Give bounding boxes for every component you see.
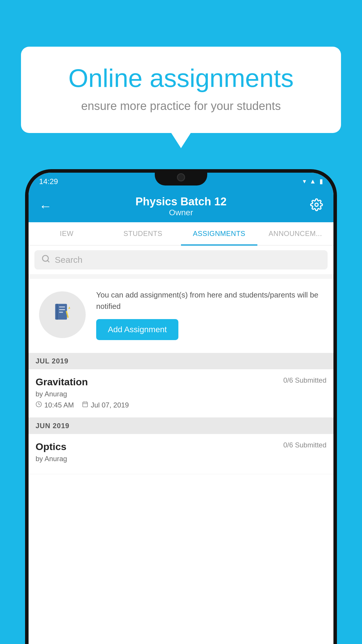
tab-overview[interactable]: IEW (29, 223, 105, 246)
section-header-jul2019: JUL 2019 (29, 353, 333, 369)
assignment-top-optics: Optics 0/6 Submitted (36, 441, 326, 452)
header-subtitle: Owner (136, 208, 227, 217)
assignment-top: Gravitation 0/6 Submitted (36, 376, 326, 388)
assignment-name-optics: Optics (36, 441, 66, 452)
app-header: ← Physics Batch 12 Owner (29, 190, 333, 222)
header-title: Physics Batch 12 (136, 195, 227, 208)
svg-rect-7 (59, 312, 63, 313)
search-container: Search (29, 246, 333, 274)
clock-icon (36, 401, 42, 409)
svg-rect-4 (57, 304, 58, 320)
phone-screen: 14:29 ▾ ▲ ▮ ← Physics Batch 12 Owner (29, 173, 333, 644)
search-icon (41, 254, 50, 265)
assignment-by: by Anurag (36, 390, 326, 398)
assignment-item-optics[interactable]: Optics 0/6 Submitted by Anurag (29, 434, 333, 474)
add-assignment-text: You can add assignment(s) from here and … (96, 289, 323, 340)
content-area: Search (29, 246, 333, 474)
assignment-submitted: 0/6 Submitted (283, 376, 326, 384)
signal-icon: ▲ (310, 178, 316, 185)
tabs-bar: IEW STUDENTS ASSIGNMENTS ANNOUNCEM... (29, 222, 333, 246)
add-assignment-description: You can add assignment(s) from here and … (96, 289, 323, 312)
calendar-icon (82, 401, 88, 409)
phone-notch (155, 169, 207, 186)
assignment-date-value: Jul 07, 2019 (91, 401, 129, 409)
section-header-jun2019: JUN 2019 (29, 418, 333, 434)
speech-bubble-container: Online assignments ensure more practice … (21, 47, 341, 133)
tab-announcements[interactable]: ANNOUNCEM... (257, 223, 334, 246)
svg-point-0 (315, 203, 318, 206)
svg-line-2 (48, 260, 49, 262)
assignment-meta: 10:45 AM Jul 07, 2019 (36, 401, 326, 409)
status-icons: ▾ ▲ ▮ (303, 178, 323, 185)
settings-button[interactable] (310, 198, 323, 214)
assignment-name: Gravitation (36, 376, 88, 388)
header-center: Physics Batch 12 Owner (136, 195, 227, 217)
svg-rect-6 (59, 309, 65, 310)
add-assignment-button[interactable]: Add Assignment (96, 319, 178, 340)
assignment-submitted-optics: 0/6 Submitted (283, 441, 326, 449)
add-assignment-section: You can add assignment(s) from here and … (29, 279, 333, 353)
battery-icon: ▮ (319, 178, 323, 185)
svg-rect-11 (83, 402, 88, 407)
bubble-title: Online assignments (41, 64, 321, 92)
assignment-item-gravitation[interactable]: Gravitation 0/6 Submitted by Anurag 10:4… (29, 369, 333, 418)
front-camera (177, 173, 185, 181)
notebook-icon (52, 302, 73, 328)
phone-frame: 14:29 ▾ ▲ ▮ ← Physics Batch 12 Owner (25, 169, 337, 644)
assignment-time: 10:45 AM (36, 401, 74, 409)
tab-assignments[interactable]: ASSIGNMENTS (181, 223, 257, 246)
assignment-icon-circle (39, 291, 86, 338)
search-placeholder: Search (55, 255, 82, 265)
back-button[interactable]: ← (39, 199, 52, 214)
svg-marker-9 (68, 307, 70, 309)
bubble-subtitle: ensure more practice for your students (41, 99, 321, 113)
assignment-by-optics: by Anurag (36, 455, 326, 463)
tab-students[interactable]: STUDENTS (105, 223, 181, 246)
assignment-date: Jul 07, 2019 (82, 401, 129, 409)
search-input-wrap[interactable]: Search (34, 250, 328, 270)
speech-bubble: Online assignments ensure more practice … (21, 47, 341, 133)
status-time: 14:29 (39, 177, 58, 186)
svg-rect-5 (59, 307, 65, 307)
wifi-icon: ▾ (303, 178, 306, 185)
assignment-time-value: 10:45 AM (44, 401, 74, 409)
